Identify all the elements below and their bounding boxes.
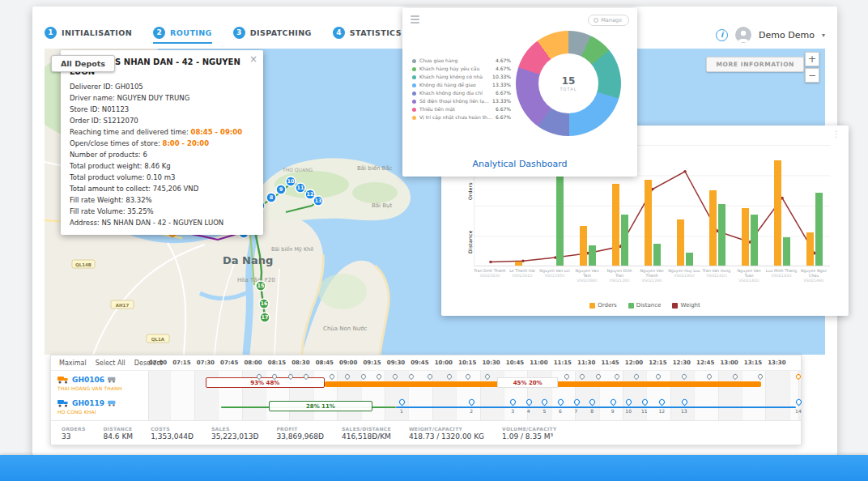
stop-pin[interactable]	[427, 373, 433, 380]
stop-pin[interactable]	[633, 373, 640, 380]
route-track[interactable]: 28% 11%1234567891011121314	[148, 398, 801, 419]
close-icon[interactable]: ×	[249, 53, 257, 65]
numbered-stop-pin[interactable]	[556, 398, 564, 407]
bar-orders[interactable]	[774, 160, 781, 266]
bar-distance[interactable]	[783, 237, 790, 266]
stop-pin[interactable]	[484, 373, 491, 380]
map-marker-9[interactable]: 9	[276, 185, 286, 194]
select-all-button[interactable]: Select All	[96, 360, 126, 367]
numbered-stop-pin[interactable]	[625, 398, 633, 407]
chart-legend-item[interactable]: Distance	[628, 302, 662, 309]
more-options-icon[interactable]: ⋮	[832, 130, 840, 138]
bar-orders[interactable]	[580, 226, 587, 266]
stop-pin[interactable]	[407, 373, 414, 380]
wizard-step-dispatching[interactable]: 3DISPATCHING	[233, 27, 312, 44]
popup-field-value: 83.32%	[126, 196, 151, 204]
map-marker-13[interactable]: 13	[313, 196, 323, 206]
avatar[interactable]	[735, 27, 751, 43]
manage-button[interactable]: Manage	[588, 15, 629, 26]
numbered-stop-pin[interactable]	[525, 398, 533, 407]
stop-pin[interactable]	[564, 373, 570, 380]
capacity-segment[interactable]: 28% 11%	[269, 401, 372, 411]
maximal-button[interactable]: Maximal	[59, 360, 87, 367]
numbered-stop-pin[interactable]	[541, 398, 549, 407]
bar-orders[interactable]	[709, 190, 717, 266]
numbered-stop-pin[interactable]	[640, 398, 649, 407]
bar-distance[interactable]	[621, 215, 628, 266]
chart-legend-item[interactable]: Weight	[672, 302, 700, 309]
numbered-stop-pin[interactable]	[509, 398, 517, 407]
bar-orders[interactable]	[742, 208, 749, 266]
bar-orders[interactable]	[677, 219, 684, 266]
driver-name-label: Nguyen Ngoc Chau	[798, 269, 830, 279]
map-marker-15[interactable]: 15	[256, 281, 266, 291]
all-depots-button[interactable]: All Depots	[51, 55, 115, 72]
wizard-step-routing[interactable]: 2ROUTING	[153, 27, 212, 44]
zoom-out-button[interactable]: −	[805, 68, 819, 83]
stop-pin[interactable]	[445, 373, 452, 380]
bar-category-label: Nguyen Ngoc ChauVS02144U	[798, 269, 830, 283]
chart-legend-item[interactable]: Orders	[589, 302, 617, 309]
wizard-step-statistics[interactable]: 4STATISTICS	[333, 27, 402, 44]
bar-orders[interactable]	[645, 180, 652, 266]
numbered-stop-pin[interactable]	[609, 398, 617, 407]
stop-pin[interactable]	[614, 373, 620, 380]
more-information-button[interactable]: MORE INFORMATION	[706, 57, 804, 72]
capacity-label: 45% 20%	[497, 377, 557, 388]
popup-field-value: 6	[143, 151, 147, 159]
bar-distance[interactable]	[653, 244, 661, 266]
info-icon[interactable]: i	[716, 29, 728, 41]
bar-distance[interactable]	[686, 253, 693, 266]
bar-orders[interactable]	[612, 184, 619, 266]
stop-pin[interactable]	[392, 373, 398, 380]
popup-field: Store ID: N01123	[70, 104, 254, 115]
y-axis-label-orders: Orders	[467, 182, 473, 200]
stop-pin[interactable]	[731, 373, 738, 380]
bar-category-label: Nguyen Dinh TranVS02138U	[603, 269, 636, 283]
bar-distance[interactable]	[718, 204, 725, 266]
bar-distance[interactable]	[815, 193, 823, 266]
bus-icon[interactable]	[108, 377, 117, 383]
stop-pin[interactable]	[360, 373, 367, 380]
map-marker-8[interactable]: 8	[266, 193, 276, 202]
vehicle-link[interactable]: GH0106	[57, 376, 147, 384]
map-marker-11[interactable]: 11	[296, 183, 305, 193]
route-track[interactable]: 93% 48%45% 20%	[148, 374, 801, 395]
vehicle-link[interactable]: GH0119	[57, 399, 147, 407]
bar-distance[interactable]	[589, 245, 596, 266]
numbered-stop-pin[interactable]	[398, 398, 406, 407]
zoom-in-button[interactable]: +	[805, 52, 819, 66]
stop-pin[interactable]	[706, 373, 713, 380]
numbered-stop-pin[interactable]	[680, 398, 688, 407]
stop-pin[interactable]	[328, 373, 334, 380]
bar-distance[interactable]	[751, 215, 758, 266]
chevron-down-icon[interactable]: ▾	[822, 32, 825, 39]
numbered-stop-pin[interactable]	[468, 398, 476, 407]
stop-pin[interactable]	[595, 373, 602, 380]
deselect-button[interactable]: Deselect	[134, 360, 163, 367]
bus-icon[interactable]	[108, 400, 117, 407]
numbered-stop-pin[interactable]	[658, 398, 666, 407]
numbered-stop-pin[interactable]	[794, 398, 802, 407]
end-stop-pin[interactable]	[795, 373, 802, 380]
stop-pin[interactable]	[465, 373, 471, 380]
numbered-stop-pin[interactable]	[572, 398, 581, 407]
donut-chart[interactable]: 15 TOTAL	[516, 31, 621, 136]
stop-pin[interactable]	[579, 373, 585, 380]
stop-pin[interactable]	[681, 373, 687, 380]
bar-orders[interactable]	[806, 232, 814, 266]
map-marker-10[interactable]: 10	[286, 177, 296, 186]
map-marker-17[interactable]: 17	[260, 313, 270, 322]
wizard-step-initialisation[interactable]: 1INITIALISATION	[45, 27, 132, 44]
map-marker-16[interactable]: 16	[259, 299, 269, 309]
stop-pin[interactable]	[344, 373, 351, 380]
stop-pin[interactable]	[757, 373, 764, 380]
stop-pin[interactable]	[655, 373, 662, 380]
stop-pin[interactable]	[376, 373, 382, 380]
numbered-stop-pin[interactable]	[589, 398, 597, 407]
menu-icon[interactable]	[411, 15, 419, 25]
road-badge: QL1A	[147, 334, 169, 343]
user-menu[interactable]: Demo Demo	[759, 30, 815, 40]
map-marker-12[interactable]: 12	[305, 189, 315, 199]
bar-orders[interactable]	[515, 262, 522, 266]
